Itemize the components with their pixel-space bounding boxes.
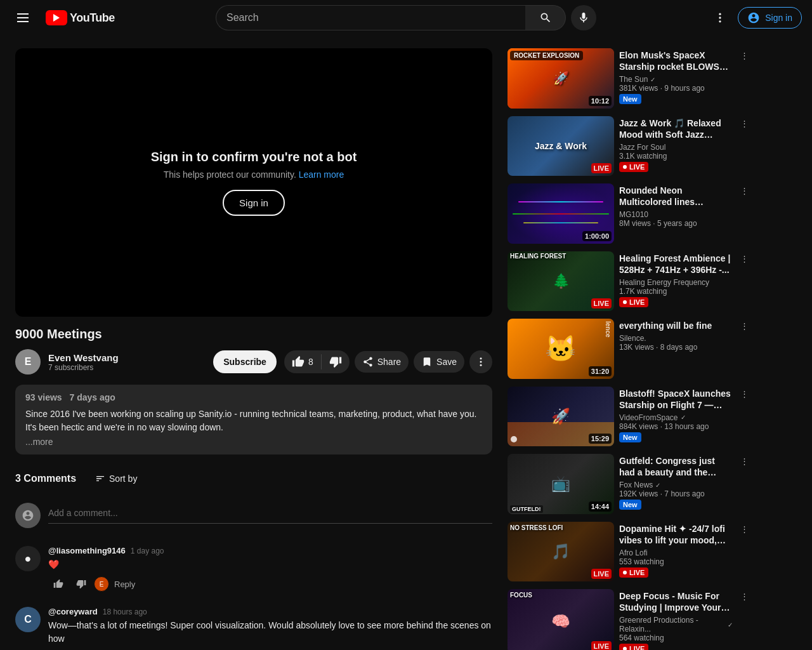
sidebar-meta: 884K views · 13 hours ago: [619, 422, 733, 431]
live-badge: LIVE: [619, 162, 648, 172]
sidebar-item-info: Jazz & Work 🎵 Relaxed Mood with Soft Jaz…: [619, 116, 733, 176]
live-badge: LIVE: [619, 567, 648, 578]
sidebar-more-button[interactable]: ⋮: [738, 589, 751, 604]
sidebar-more-button[interactable]: ⋮: [738, 319, 751, 333]
sign-in-label: Sign in: [765, 13, 792, 23]
live-badge: LIVE: [619, 297, 648, 307]
sidebar-more-button[interactable]: ⋮: [738, 116, 751, 131]
search-button[interactable]: [525, 5, 566, 30]
share-button[interactable]: Share: [355, 351, 409, 373]
sidebar-item-info: Deep Focus - Music For Studying | Improv…: [619, 589, 733, 650]
save-button[interactable]: Save: [414, 351, 464, 373]
sidebar-meta: 8M views · 5 years ago: [619, 219, 733, 228]
like-button[interactable]: 8: [284, 350, 321, 373]
comment-body-2: @coreyward 18 hours ago Wow—that's a lot…: [48, 607, 492, 650]
sidebar-thumbnail-spacex: 🚀 15:29: [508, 387, 614, 447]
sidebar-more-button[interactable]: ⋮: [738, 48, 751, 63]
sidebar-meta: 553 watching: [619, 557, 733, 566]
channel-name: Even Westvang: [48, 352, 206, 363]
sidebar-item[interactable]: 🚀 ROCKET EXPLOSION 10:12 Elon Musk's Spa…: [508, 48, 751, 109]
channel-row: E Even Westvang 7 subscribers Subscribe …: [15, 349, 492, 375]
sidebar-item[interactable]: 1:00:00 Rounded Neon Multicolored lines …: [508, 183, 751, 244]
like-count: 8: [308, 357, 313, 367]
view-count: 93 views: [25, 392, 62, 402]
reply-button[interactable]: Reply: [109, 577, 140, 592]
sidebar-item[interactable]: 🌲 HEALING FOREST LIVE Healing Forest Amb…: [508, 251, 751, 312]
sidebar-channel: Silence.: [619, 334, 733, 343]
sidebar-item[interactable]: 🎵 NO STRESS LOFI LIVE Dopamine Hit ✦ -24…: [508, 522, 751, 582]
comment-body: @liasomething9146 1 day ago ❤️: [48, 546, 492, 592]
sidebar-item[interactable]: Jazz & Work LIVE Jazz & Work 🎵 Relaxed M…: [508, 116, 751, 176]
comment-time: 1 day ago: [131, 547, 164, 555]
youtube-logo[interactable]: YouTube: [46, 10, 115, 25]
header-right: Sign in: [675, 5, 802, 30]
sidebar-channel: The Sun ✓: [619, 75, 733, 84]
sidebar-title: Dopamine Hit ✦ -24/7 lofi vibes to lift …: [619, 523, 733, 546]
save-label: Save: [436, 357, 457, 367]
sidebar-channel: Jazz For Soul: [619, 143, 733, 152]
sort-button[interactable]: Sort by: [89, 470, 143, 488]
comment-actions: E Reply: [48, 576, 492, 592]
learn-more-link[interactable]: Learn more: [299, 169, 344, 180]
more-options-button[interactable]: [707, 5, 733, 30]
sidebar-thumbnail-focus: 🧠 FOCUS LIVE: [508, 589, 614, 650]
sidebar-title: Jazz & Work 🎵 Relaxed Mood with Soft Jaz…: [619, 117, 733, 140]
sidebar-item[interactable]: 🚀 15:29 Blastoff! SpaceX launches Starsh…: [508, 387, 751, 447]
sidebar-thumbnail-neon: 1:00:00: [508, 183, 614, 244]
sidebar-thumbnail-jazz: Jazz & Work LIVE: [508, 116, 614, 176]
svg-point-6: [480, 357, 482, 359]
sidebar-title: Elon Musk's SpaceX Starship rocket BLOWS…: [619, 50, 733, 72]
sidebar-item-info: Gutfeld: Congress just had a beauty and …: [619, 454, 733, 514]
sidebar-thumbnail-lofi: 🎵 NO STRESS LOFI LIVE: [508, 522, 614, 582]
sign-in-overlay-button[interactable]: Sign in: [223, 190, 285, 216]
sidebar-more-button[interactable]: ⋮: [738, 522, 751, 536]
comment-header-2: @coreyward 18 hours ago: [48, 607, 492, 616]
channel-subs: 7 subscribers: [48, 363, 206, 372]
comment-input[interactable]: [48, 503, 492, 524]
more-actions-button[interactable]: [469, 350, 492, 373]
svg-point-4: [719, 17, 721, 18]
live-indicator: LIVE: [591, 641, 612, 650]
video-meta: 93 views 7 days ago: [25, 392, 482, 402]
dislike-button[interactable]: [322, 350, 350, 373]
sign-in-button[interactable]: Sign in: [738, 7, 802, 29]
comment-like-button[interactable]: [48, 576, 69, 592]
sidebar-item[interactable]: 📺 GUTFELD! 14:44 Gutfeld: Congress just …: [508, 454, 751, 514]
voice-search-button[interactable]: [571, 5, 596, 30]
sidebar-channel: Greenred Productions - Relaxin... ✓: [619, 616, 733, 633]
upload-time: 7 days ago: [70, 392, 115, 402]
sidebar-channel: Afro Lofi: [619, 548, 733, 557]
sign-in-title: Sign in to confirm you're not a bot: [151, 150, 357, 164]
menu-button[interactable]: [10, 5, 36, 30]
show-more-button[interactable]: ...more: [25, 437, 482, 447]
video-duration: 14:44: [589, 501, 612, 512]
sidebar-channel: Fox News ✓: [619, 481, 733, 489]
sidebar-title: Rounded Neon Multicolored lines Animatio…: [619, 185, 733, 208]
youtube-logo-text: YouTube: [70, 11, 115, 25]
video-duration: 31:20: [589, 366, 612, 376]
sidebar-item-info: Dopamine Hit ✦ -24/7 lofi vibes to lift …: [619, 522, 733, 582]
search-bar: [216, 5, 566, 30]
live-indicator: LIVE: [591, 569, 612, 579]
comment-author-2: @coreyward: [48, 607, 98, 616]
live-badge: LIVE: [619, 644, 648, 650]
sidebar-item[interactable]: 🐱 lence 31:20 everything will be fine Si…: [508, 319, 751, 379]
sidebar-meta: 1.7K watching: [619, 287, 733, 296]
like-dislike-group: 8: [284, 350, 350, 373]
live-indicator: LIVE: [591, 298, 612, 308]
sidebar-more-button[interactable]: ⋮: [738, 387, 751, 401]
sidebar-meta: 3.1K watching: [619, 152, 733, 161]
sidebar-item-info: Healing Forest Ambience | 528Hz + 741Hz …: [619, 251, 733, 312]
comment-dislike-button[interactable]: [71, 576, 91, 592]
sort-label: Sort by: [109, 474, 137, 484]
sidebar-more-button[interactable]: ⋮: [738, 454, 751, 468]
live-indicator: LIVE: [591, 163, 612, 173]
sign-in-desc: This helps protect our community. Learn …: [151, 169, 357, 180]
sidebar-item[interactable]: 🧠 FOCUS LIVE Deep Focus - Music For Stud…: [508, 589, 751, 650]
sidebar-more-button[interactable]: ⋮: [738, 183, 751, 198]
search-input[interactable]: [216, 5, 525, 30]
video-player[interactable]: Sign in to confirm you're not a bot This…: [15, 48, 492, 317]
svg-rect-1: [17, 17, 29, 18]
sidebar-more-button[interactable]: ⋮: [738, 251, 751, 266]
subscribe-button[interactable]: Subscribe: [213, 350, 277, 373]
